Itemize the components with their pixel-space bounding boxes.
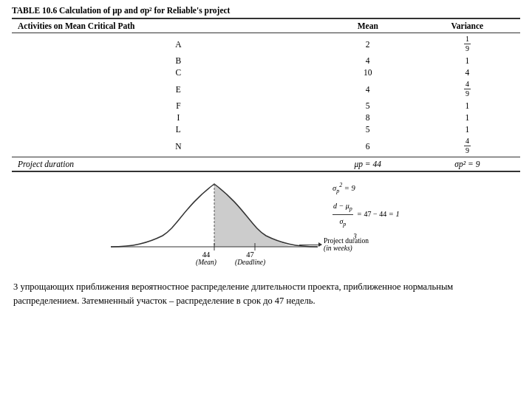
variance-e: 4 9 [415, 78, 520, 100]
table-row: N 6 4 9 [12, 135, 520, 157]
mean-e: 4 [321, 78, 415, 100]
activity-l: L [12, 123, 321, 135]
table-row: F 5 1 [12, 100, 520, 112]
table-row: A 2 1 9 [12, 33, 520, 55]
total-mean: μp = 44 [321, 157, 415, 172]
table-title: TABLE 10.6 Calculation of μp and σp² for… [12, 6, 520, 15]
mean-a: 2 [321, 33, 415, 55]
label-44: 44 (Mean) [196, 250, 216, 266]
col-header-activities: Activities on Mean Critical Path [12, 18, 321, 33]
mean-f: 5 [321, 100, 415, 112]
label-deadline-text: (Deadline) [235, 259, 265, 266]
label-44-val: 44 [196, 250, 216, 259]
mean-n: 6 [321, 135, 415, 157]
project-duration-label: Project duration(in weeks) [299, 237, 369, 252]
activity-a: A [12, 33, 321, 55]
activity-e: E [12, 78, 321, 100]
variance-i: 1 [415, 112, 520, 123]
label-47: 47 (Deadline) [235, 250, 265, 266]
col-header-variance: Variance [415, 18, 520, 33]
sigma-annotation: σp2 = 9 [332, 180, 400, 197]
activity-b: B [12, 55, 321, 66]
label-47-val: 47 [235, 250, 265, 259]
col-header-mean: Mean [321, 18, 415, 33]
variance-n: 4 9 [415, 135, 520, 157]
chart-area: 44 (Mean) 47 (Deadline) σp2 = 9 d − μp σ… [12, 177, 520, 273]
variance-b: 1 [415, 55, 520, 66]
fraction-1-9: 1 9 [464, 35, 471, 53]
fraction-4-9-n: 4 9 [464, 137, 471, 155]
fraction-4-9: 4 9 [464, 80, 471, 98]
label-mean-text: (Mean) [196, 259, 216, 266]
activity-c: C [12, 66, 321, 78]
activity-n: N [12, 135, 321, 157]
activity-f: F [12, 100, 321, 112]
mean-l: 5 [321, 123, 415, 135]
data-table: Activities on Mean Critical Path Mean Va… [12, 18, 520, 172]
table-row: I 8 1 [12, 112, 520, 123]
variance-c: 4 [415, 66, 520, 78]
mean-b: 4 [321, 55, 415, 66]
table-row: B 4 1 [12, 55, 520, 66]
table-row: E 4 4 9 [12, 78, 520, 100]
activity-i: I [12, 112, 321, 123]
table-row: L 5 1 [12, 123, 520, 135]
variance-a: 1 9 [415, 33, 520, 55]
chart-annotations: σp2 = 9 d − μp σp = 47 − 44 = 1 3 [332, 180, 400, 243]
table-row: C 10 4 [12, 66, 520, 78]
formula-annotation: d − μp σp = 47 − 44 = 1 [332, 200, 400, 231]
mean-c: 10 [321, 66, 415, 78]
description-text: 3 упрощающих приближения вероятностное р… [12, 280, 520, 309]
mean-i: 8 [321, 112, 415, 123]
variance-l: 1 [415, 123, 520, 135]
bell-curve-svg [103, 177, 325, 250]
total-variance: σp² = 9 [415, 157, 520, 172]
total-row: Project duration μp = 44 σp² = 9 [12, 157, 520, 172]
variance-f: 1 [415, 100, 520, 112]
total-label: Project duration [12, 157, 321, 172]
